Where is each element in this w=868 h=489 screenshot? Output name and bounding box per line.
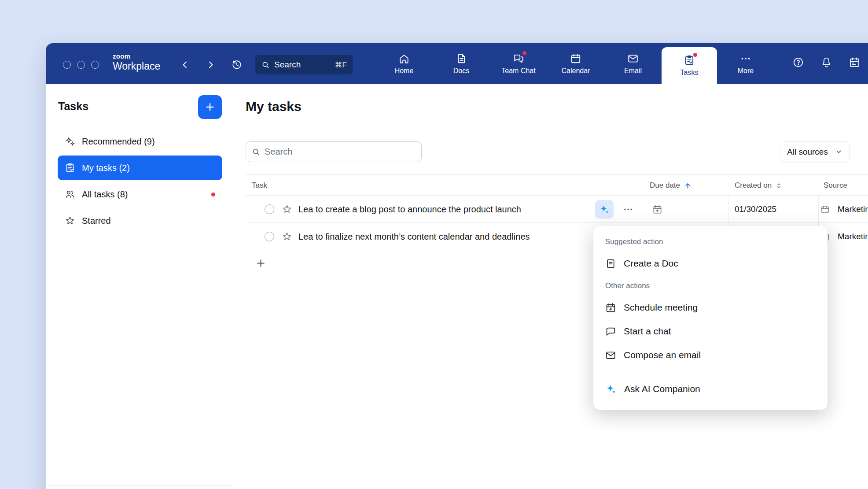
calendar-agenda-icon [849, 56, 861, 68]
column-divider [645, 196, 645, 222]
calendar-icon [570, 53, 581, 64]
menu-item-compose-email[interactable]: Compose an email [593, 343, 828, 367]
star-icon[interactable] [282, 204, 292, 215]
bell-icon [820, 56, 832, 68]
ai-companion-button-active[interactable] [595, 200, 614, 219]
task-row[interactable]: Lea to create a blog post to announce th… [246, 196, 868, 223]
ellipsis-icon [623, 204, 633, 215]
star-icon [65, 215, 75, 226]
column-divider [728, 196, 728, 222]
column-header-created-on[interactable]: Created on [735, 175, 783, 196]
global-search-bar[interactable]: Search ⌘F [255, 55, 353, 74]
sidebar-item-label: My tasks (2) [82, 163, 130, 173]
tasks-icon [684, 55, 695, 66]
column-header-due-date[interactable]: Due date [650, 175, 692, 196]
menu-item-ask-ai-companion[interactable]: Ask AI Companion [593, 377, 828, 401]
sidebar-footer-divider [46, 485, 234, 486]
nav-tab-team-chat[interactable]: Team Chat [490, 43, 547, 84]
tasks-sidebar: Tasks Recommended (9) My tasks ( [46, 84, 234, 489]
task-title: Lea to create a blog post to announce th… [298, 196, 521, 223]
sidebar-title: Tasks [58, 100, 88, 113]
topbar-right-actions [792, 56, 861, 68]
page-title: My tasks [246, 99, 302, 114]
window-close-button[interactable] [63, 61, 71, 69]
task-complete-checkbox[interactable] [265, 204, 274, 214]
ai-companion-sparkle-icon [599, 204, 610, 215]
help-question-icon [792, 56, 804, 68]
notifications-button[interactable] [820, 56, 832, 68]
tasks-notification-dot [693, 53, 697, 57]
sparkles-icon [65, 136, 75, 147]
task-complete-checkbox[interactable] [265, 232, 274, 241]
column-header-source: Source [824, 175, 847, 196]
sidebar-item-recommended[interactable]: Recommended (9) [58, 129, 222, 154]
forward-button[interactable] [204, 58, 218, 72]
suggested-actions-menu: Suggested action Create a Doc Other acti… [593, 226, 828, 410]
doc-icon [605, 258, 616, 269]
nav-tab-label: Team Chat [501, 67, 535, 75]
window-maximize-button[interactable] [91, 61, 99, 69]
nav-tab-email[interactable]: Email [604, 43, 662, 84]
menu-item-label: Schedule meeting [624, 302, 698, 313]
plus-icon [204, 101, 216, 113]
nav-tab-home[interactable]: Home [375, 43, 433, 84]
chat-bubble-icon [605, 326, 616, 337]
nav-tab-label: Docs [453, 67, 469, 75]
nav-tab-calendar[interactable]: Calendar [547, 43, 604, 84]
add-task-inline-button[interactable] [255, 258, 266, 269]
source-calendar-icon [820, 205, 830, 214]
sidebar-item-all-tasks[interactable]: All tasks (8) [58, 182, 222, 207]
ai-companion-sparkle-icon [605, 383, 617, 395]
calendar-plus-icon [605, 302, 616, 313]
created-on-value: 01/30/2025 [735, 196, 776, 223]
back-button[interactable] [178, 58, 192, 72]
table-header: Task Due date Created on [246, 174, 868, 196]
task-title: Lea to finalize next month’s content cal… [298, 223, 530, 250]
nav-tab-label: Calendar [562, 67, 590, 75]
menu-item-create-doc[interactable]: Create a Doc [593, 252, 828, 275]
nav-tab-docs[interactable]: Docs [433, 43, 490, 84]
sort-both-icon [775, 182, 783, 189]
chevron-down-icon [835, 148, 842, 156]
sidebar-item-starred[interactable]: Starred [58, 208, 222, 233]
menu-section-heading: Suggested action [593, 236, 828, 252]
chevron-right-icon [206, 59, 216, 70]
nav-tab-label: Tasks [680, 69, 699, 77]
nav-tab-label: Home [395, 67, 414, 75]
tasks-search-box [246, 141, 422, 162]
nav-tab-label: Email [624, 67, 642, 75]
search-icon [252, 148, 261, 156]
sidebar-item-my-tasks[interactable]: My tasks (2) [58, 156, 222, 180]
nav-tab-more[interactable]: More [717, 43, 774, 84]
logo-zoom-text: zoom [113, 53, 160, 59]
new-task-button[interactable] [198, 95, 222, 119]
zoom-workplace-logo: zoom Workplace [113, 53, 160, 71]
all-tasks-notification-dot [211, 193, 215, 196]
sidebar-item-label: Recommended (9) [82, 137, 155, 147]
add-due-date-icon[interactable] [652, 204, 662, 215]
star-icon[interactable] [282, 231, 292, 242]
history-button[interactable] [230, 58, 244, 72]
menu-section-heading: Other actions [593, 275, 828, 296]
history-clock-icon [231, 59, 243, 70]
help-button[interactable] [792, 56, 804, 68]
row-more-actions-button[interactable] [621, 202, 635, 216]
column-divider [818, 196, 819, 222]
source-value: Marketing [838, 223, 868, 250]
sidebar-item-label: Starred [82, 216, 111, 226]
nav-tab-tasks-active[interactable]: Tasks [662, 47, 717, 84]
tasks-search-input[interactable] [265, 147, 416, 157]
sources-filter-dropdown[interactable]: All sources [780, 141, 850, 162]
menu-item-start-chat[interactable]: Start a chat [593, 319, 828, 343]
menu-item-schedule-meeting[interactable]: Schedule meeting [593, 296, 828, 319]
global-search-placeholder: Search [274, 60, 301, 70]
menu-divider [605, 372, 816, 372]
logo-workplace-text: Workplace [113, 61, 160, 71]
window-minimize-button[interactable] [77, 61, 85, 69]
schedule-button[interactable] [849, 56, 861, 68]
email-icon [627, 53, 639, 64]
docs-icon [456, 53, 467, 64]
source-value: Marketing [838, 196, 868, 223]
my-tasks-icon [65, 163, 75, 173]
menu-item-label: Ask AI Companion [624, 384, 700, 394]
